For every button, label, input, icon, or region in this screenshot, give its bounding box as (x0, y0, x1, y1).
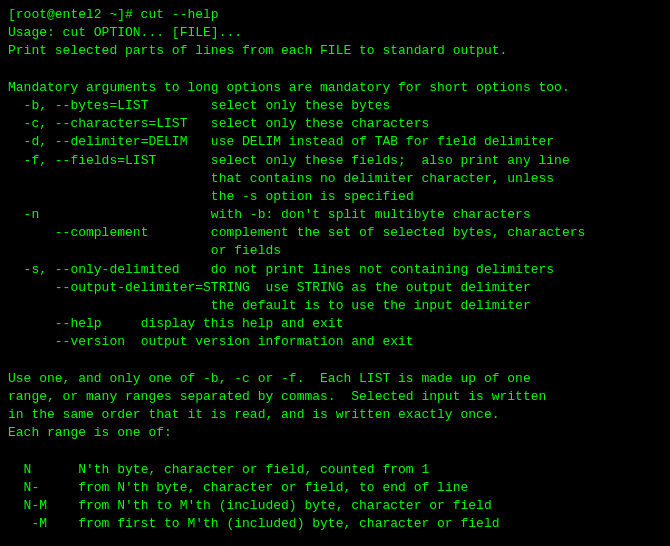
terminal-output: [root@entel2 ~]# cut --help Usage: cut O… (8, 6, 662, 546)
